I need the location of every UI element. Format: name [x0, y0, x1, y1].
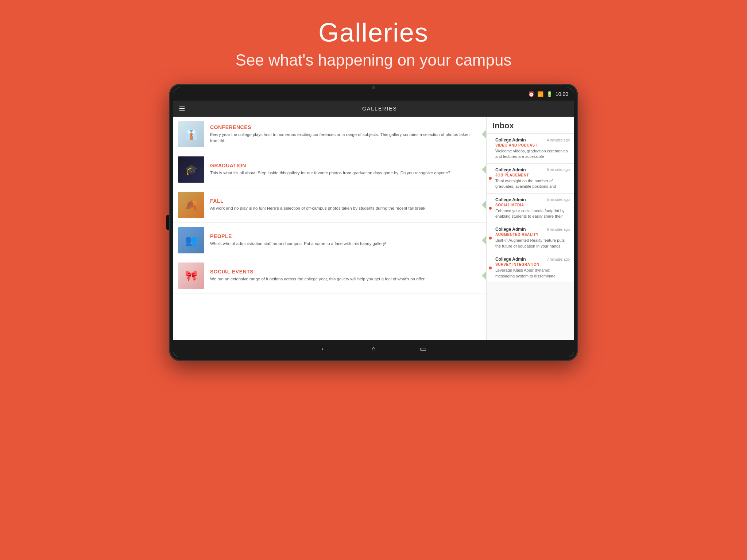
inbox-preview-3: Built-in Augmented Reality feature puts …: [491, 238, 570, 249]
status-icons: ⏰ 📶 🔋 10:00: [528, 91, 568, 97]
gallery-item-people[interactable]: PEOPLE Who's who of administration staff…: [173, 223, 486, 258]
inbox-sender-2: College Admin: [495, 197, 526, 202]
status-bar: ⏰ 📶 🔋 10:00: [173, 88, 574, 101]
tablet-screen: ⏰ 📶 🔋 10:00 ☰ GALLERIES CONFERENCES Ever…: [173, 88, 574, 357]
gallery-thumbnail-graduation: [178, 156, 204, 183]
tablet-frame: ⏰ 📶 🔋 10:00 ☰ GALLERIES CONFERENCES Ever…: [169, 84, 578, 361]
inbox-item-header-4: College Admin 7 minutes ago: [491, 257, 570, 262]
gallery-thumbnail-people: [178, 227, 204, 253]
page-subtitle: See what's happening on your campus: [0, 51, 747, 69]
home-button[interactable]: ⌂: [371, 345, 376, 353]
gallery-desc-fall: All work and no play is no fun! Here's a…: [210, 205, 474, 211]
gallery-desc-conferences: Every year the college plays host to num…: [210, 132, 474, 144]
gallery-title-fall: FALL: [210, 198, 474, 204]
gallery-item-fall[interactable]: FALL All work and no play is no fun! Her…: [173, 187, 486, 223]
inbox-sender-4: College Admin: [495, 257, 526, 262]
inbox-item-0[interactable]: College Admin 4 minutes ago VIDEO AND PO…: [487, 134, 574, 164]
inbox-item-header-0: College Admin 4 minutes ago: [491, 137, 570, 143]
page-header: Galleries See what's happening on your c…: [0, 0, 747, 81]
inbox-time-3: 6 minutes ago: [547, 228, 570, 232]
inbox-item-4[interactable]: College Admin 7 minutes ago SURVEY INTEG…: [487, 253, 574, 283]
alarm-icon: ⏰: [528, 91, 534, 97]
main-content: CONFERENCES Every year the college plays…: [173, 117, 574, 340]
gallery-desc-graduation: This is what it's all about! Step inside…: [210, 170, 474, 176]
gallery-list: CONFERENCES Every year the college plays…: [173, 117, 487, 340]
nav-bar: ← ⌂ ▭: [173, 340, 574, 357]
inbox-item-header-3: College Admin 6 minutes ago: [491, 227, 570, 232]
gallery-item-social-events[interactable]: SOCIAL EVENTS We run an extensive range …: [173, 258, 486, 293]
inbox-panel: Inbox College Admin 4 minutes ago VIDEO …: [487, 117, 574, 340]
gallery-title-people: PEOPLE: [210, 233, 474, 239]
tablet-camera: [372, 86, 375, 89]
inbox-item-3[interactable]: College Admin 6 minutes ago AUGMENTED RE…: [487, 223, 574, 253]
inbox-category-3: AUGMENTED REALITY: [491, 233, 570, 237]
page-title: Galleries: [0, 18, 747, 47]
inbox-category-4: SURVEY INTEGRATION: [491, 262, 570, 267]
gallery-desc-social: We run an extensive range of functions a…: [210, 276, 474, 282]
inbox-preview-1: Total oversight on the number of graduat…: [491, 178, 570, 190]
inbox-item-2[interactable]: College Admin 5 minutes ago SOCIAL MEDIA…: [487, 194, 574, 223]
gallery-thumbnail-conferences: [178, 121, 204, 147]
inbox-category-1: JOB PLACEMENT: [491, 173, 570, 177]
gallery-title-social: SOCIAL EVENTS: [210, 269, 474, 275]
inbox-sender-3: College Admin: [495, 227, 526, 232]
wifi-icon: 📶: [537, 91, 543, 97]
gallery-thumbnail-social: [178, 262, 204, 289]
inbox-preview-2: Enhance your social media footprint by e…: [491, 208, 570, 219]
inbox-sender-1: College Admin: [495, 167, 526, 172]
inbox-time-4: 7 minutes ago: [547, 257, 570, 261]
gallery-info-social: SOCIAL EVENTS We run an extensive range …: [210, 269, 481, 282]
gallery-item-graduation[interactable]: GRADUATION This is what it's all about! …: [173, 152, 486, 187]
app-bar: ☰ GALLERIES: [173, 101, 574, 117]
inbox-title: Inbox: [487, 117, 574, 134]
gallery-info-fall: FALL All work and no play is no fun! Her…: [210, 198, 481, 211]
app-bar-title: GALLERIES: [191, 106, 568, 112]
gallery-item-conferences[interactable]: CONFERENCES Every year the college plays…: [173, 117, 486, 152]
recents-button[interactable]: ▭: [420, 344, 427, 353]
battery-icon: 🔋: [546, 91, 553, 97]
tablet-button: [166, 215, 169, 230]
inbox-item-header-1: College Admin 5 minutes ago: [491, 167, 570, 172]
inbox-time-1: 5 minutes ago: [547, 168, 570, 172]
gallery-info-people: PEOPLE Who's who of administration staff…: [210, 233, 481, 247]
inbox-sender-0: College Admin: [495, 137, 526, 143]
inbox-category-2: SOCIAL MEDIA: [491, 203, 570, 207]
inbox-time-2: 5 minutes ago: [547, 198, 570, 202]
inbox-category-0: VIDEO AND PODCAST: [491, 143, 570, 147]
inbox-time-0: 4 minutes ago: [547, 138, 570, 142]
gallery-title-conferences: CONFERENCES: [210, 124, 474, 130]
inbox-preview-0: Welcome videos, graduation ceremonies an…: [491, 148, 570, 160]
gallery-title-graduation: GRADUATION: [210, 163, 474, 168]
clock: 10:00: [556, 91, 568, 97]
inbox-preview-4: Leverage Klass Apps' dynamic messaging s…: [491, 268, 570, 279]
gallery-info-graduation: GRADUATION This is what it's all about! …: [210, 163, 481, 176]
gallery-thumbnail-fall: [178, 192, 204, 218]
gallery-info-conferences: CONFERENCES Every year the college plays…: [210, 124, 481, 144]
back-button[interactable]: ←: [320, 345, 328, 353]
hamburger-menu-icon[interactable]: ☰: [179, 104, 185, 113]
inbox-item-header-2: College Admin 5 minutes ago: [491, 197, 570, 202]
gallery-desc-people: Who's who of administration staff around…: [210, 241, 474, 247]
inbox-item-1[interactable]: College Admin 5 minutes ago JOB PLACEMEN…: [487, 164, 574, 194]
